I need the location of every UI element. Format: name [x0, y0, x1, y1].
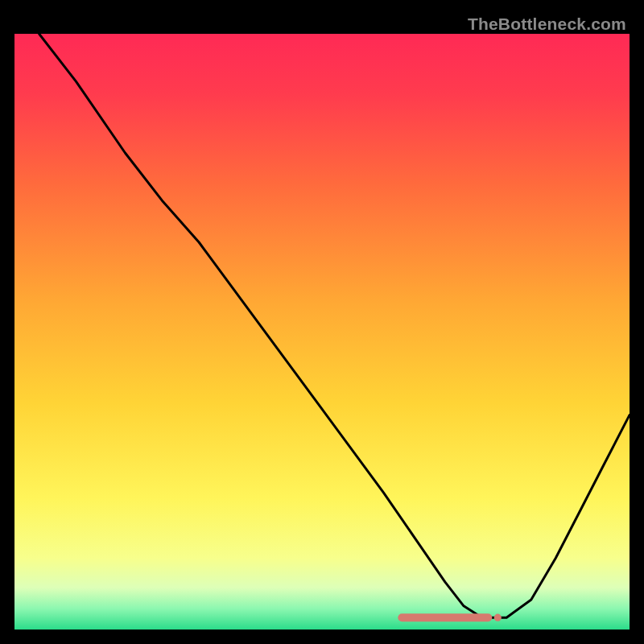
optimal-range-end-dot	[494, 614, 502, 621]
chart-frame: TheBottleneck.com	[14, 14, 630, 630]
chart-plot	[14, 34, 630, 630]
watermark-text: TheBottleneck.com	[468, 14, 626, 34]
gradient-background	[14, 34, 630, 630]
chart-svg	[14, 34, 630, 630]
